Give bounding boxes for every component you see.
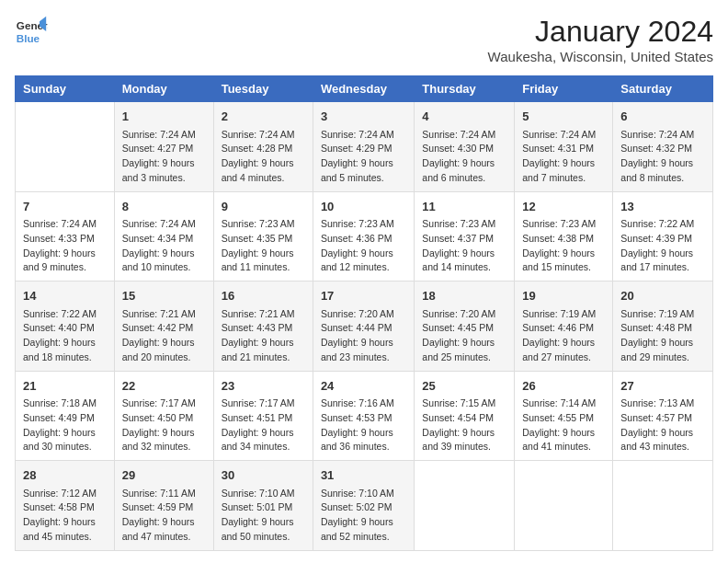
cell-content: Sunrise: 7:16 AM Sunset: 4:53 PM Dayligh… [321,396,406,454]
calendar-cell: 26Sunrise: 7:14 AM Sunset: 4:55 PM Dayli… [515,371,613,461]
calendar-cell: 4Sunrise: 7:24 AM Sunset: 4:30 PM Daylig… [415,102,515,192]
logo-icon: General Blue [15,15,48,48]
calendar-cell: 30Sunrise: 7:10 AM Sunset: 5:01 PM Dayli… [213,461,313,551]
day-number: 13 [620,198,705,216]
day-number: 2 [222,108,305,126]
cell-content: Sunrise: 7:21 AM Sunset: 4:43 PM Dayligh… [222,307,305,365]
header-monday: Monday [114,76,213,102]
calendar-cell: 23Sunrise: 7:17 AM Sunset: 4:51 PM Dayli… [213,371,313,461]
calendar-cell: 3Sunrise: 7:24 AM Sunset: 4:29 PM Daylig… [313,102,414,192]
day-number: 17 [321,287,406,305]
cell-content: Sunrise: 7:17 AM Sunset: 4:51 PM Dayligh… [222,396,305,454]
calendar-cell: 21Sunrise: 7:18 AM Sunset: 4:49 PM Dayli… [16,371,115,461]
cell-content: Sunrise: 7:24 AM Sunset: 4:32 PM Dayligh… [620,128,705,186]
calendar-cell [515,461,613,551]
calendar-cell: 12Sunrise: 7:23 AM Sunset: 4:38 PM Dayli… [515,191,613,282]
calendar-cell: 25Sunrise: 7:15 AM Sunset: 4:54 PM Dayli… [415,371,515,461]
cell-content: Sunrise: 7:10 AM Sunset: 5:01 PM Dayligh… [222,487,305,545]
day-number: 29 [122,466,206,485]
calendar-cell: 13Sunrise: 7:22 AM Sunset: 4:39 PM Dayli… [613,191,713,282]
calendar-cell: 2Sunrise: 7:24 AM Sunset: 4:28 PM Daylig… [213,102,313,192]
calendar-subtitle: Waukesha, Wisconsin, United States [488,49,713,64]
header-saturday: Saturday [613,76,713,102]
cell-content: Sunrise: 7:14 AM Sunset: 4:55 PM Dayligh… [522,396,605,454]
day-number: 26 [522,377,605,396]
cell-content: Sunrise: 7:19 AM Sunset: 4:46 PM Dayligh… [522,307,605,365]
day-number: 20 [620,287,705,305]
day-number: 24 [321,377,406,396]
calendar-cell: 31Sunrise: 7:10 AM Sunset: 5:02 PM Dayli… [313,461,414,551]
calendar-header-row: SundayMondayTuesdayWednesdayThursdayFrid… [16,76,713,102]
day-number: 21 [23,377,107,396]
day-number: 31 [321,466,406,485]
day-number: 9 [222,198,305,216]
cell-content: Sunrise: 7:11 AM Sunset: 4:59 PM Dayligh… [122,487,206,545]
day-number: 19 [522,287,605,305]
day-number: 22 [122,377,206,396]
title-block: January 2024 Waukesha, Wisconsin, United… [488,15,713,64]
cell-content: Sunrise: 7:24 AM Sunset: 4:33 PM Dayligh… [23,217,107,275]
calendar-cell [415,461,515,551]
header-thursday: Thursday [415,76,515,102]
cell-content: Sunrise: 7:17 AM Sunset: 4:50 PM Dayligh… [122,396,206,454]
day-number: 3 [321,108,406,126]
cell-content: Sunrise: 7:23 AM Sunset: 4:38 PM Dayligh… [522,217,605,275]
day-number: 5 [522,108,605,126]
cell-content: Sunrise: 7:20 AM Sunset: 4:44 PM Dayligh… [321,307,406,365]
calendar-table: SundayMondayTuesdayWednesdayThursdayFrid… [15,75,713,551]
cell-content: Sunrise: 7:24 AM Sunset: 4:29 PM Dayligh… [321,128,406,186]
day-number: 18 [422,287,506,305]
cell-content: Sunrise: 7:12 AM Sunset: 4:58 PM Dayligh… [23,487,107,545]
cell-content: Sunrise: 7:18 AM Sunset: 4:49 PM Dayligh… [23,396,107,454]
calendar-cell: 24Sunrise: 7:16 AM Sunset: 4:53 PM Dayli… [313,371,414,461]
calendar-cell: 19Sunrise: 7:19 AM Sunset: 4:46 PM Dayli… [515,282,613,372]
day-number: 1 [122,108,206,126]
day-number: 25 [422,377,506,396]
day-number: 28 [23,466,107,485]
calendar-week-row: 1Sunrise: 7:24 AM Sunset: 4:27 PM Daylig… [16,102,713,192]
cell-content: Sunrise: 7:20 AM Sunset: 4:45 PM Dayligh… [422,307,506,365]
day-number: 6 [620,108,705,126]
day-number: 15 [122,287,206,305]
cell-content: Sunrise: 7:24 AM Sunset: 4:30 PM Dayligh… [422,128,506,186]
cell-content: Sunrise: 7:24 AM Sunset: 4:28 PM Dayligh… [222,128,305,186]
day-number: 4 [422,108,506,126]
cell-content: Sunrise: 7:24 AM Sunset: 4:27 PM Dayligh… [122,128,206,186]
day-number: 27 [620,377,705,396]
day-number: 11 [422,198,506,216]
calendar-cell [613,461,713,551]
calendar-cell: 9Sunrise: 7:23 AM Sunset: 4:35 PM Daylig… [213,191,313,282]
cell-content: Sunrise: 7:22 AM Sunset: 4:39 PM Dayligh… [620,217,705,275]
day-number: 12 [522,198,605,216]
day-number: 7 [23,198,107,216]
cell-content: Sunrise: 7:23 AM Sunset: 4:36 PM Dayligh… [321,217,406,275]
calendar-cell [16,102,115,192]
cell-content: Sunrise: 7:24 AM Sunset: 4:31 PM Dayligh… [522,128,605,186]
calendar-cell: 10Sunrise: 7:23 AM Sunset: 4:36 PM Dayli… [313,191,414,282]
day-number: 23 [222,377,305,396]
calendar-cell: 1Sunrise: 7:24 AM Sunset: 4:27 PM Daylig… [114,102,213,192]
calendar-cell: 20Sunrise: 7:19 AM Sunset: 4:48 PM Dayli… [613,282,713,372]
cell-content: Sunrise: 7:13 AM Sunset: 4:57 PM Dayligh… [620,396,705,454]
calendar-cell: 5Sunrise: 7:24 AM Sunset: 4:31 PM Daylig… [515,102,613,192]
cell-content: Sunrise: 7:23 AM Sunset: 4:35 PM Dayligh… [222,217,305,275]
calendar-cell: 8Sunrise: 7:24 AM Sunset: 4:34 PM Daylig… [114,191,213,282]
calendar-week-row: 28Sunrise: 7:12 AM Sunset: 4:58 PM Dayli… [16,461,713,551]
calendar-cell: 17Sunrise: 7:20 AM Sunset: 4:44 PM Dayli… [313,282,414,372]
calendar-cell: 14Sunrise: 7:22 AM Sunset: 4:40 PM Dayli… [16,282,115,372]
calendar-title: January 2024 [488,15,713,49]
cell-content: Sunrise: 7:22 AM Sunset: 4:40 PM Dayligh… [23,307,107,365]
page-header: General Blue January 2024 Waukesha, Wisc… [15,15,713,64]
calendar-cell: 15Sunrise: 7:21 AM Sunset: 4:42 PM Dayli… [114,282,213,372]
calendar-cell: 22Sunrise: 7:17 AM Sunset: 4:50 PM Dayli… [114,371,213,461]
cell-content: Sunrise: 7:10 AM Sunset: 5:02 PM Dayligh… [321,487,406,545]
header-tuesday: Tuesday [213,76,313,102]
calendar-cell: 11Sunrise: 7:23 AM Sunset: 4:37 PM Dayli… [415,191,515,282]
day-number: 16 [222,287,305,305]
calendar-cell: 28Sunrise: 7:12 AM Sunset: 4:58 PM Dayli… [16,461,115,551]
calendar-cell: 18Sunrise: 7:20 AM Sunset: 4:45 PM Dayli… [415,282,515,372]
cell-content: Sunrise: 7:19 AM Sunset: 4:48 PM Dayligh… [620,307,705,365]
header-wednesday: Wednesday [313,76,414,102]
calendar-cell: 29Sunrise: 7:11 AM Sunset: 4:59 PM Dayli… [114,461,213,551]
svg-text:Blue: Blue [17,32,40,44]
